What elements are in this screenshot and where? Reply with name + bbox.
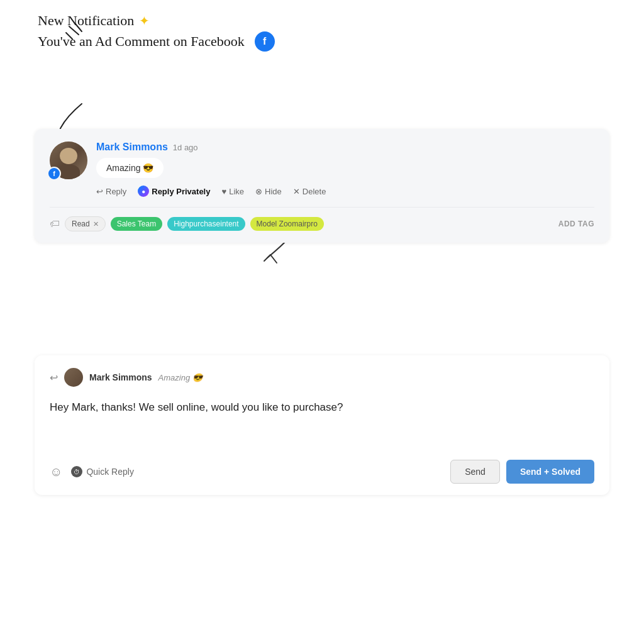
emoji-button[interactable]: ☺ <box>50 465 62 479</box>
add-tag-button[interactable]: ADD TAG <box>558 219 594 228</box>
comment-card: f Mark Simmons 1d ago Amazing 😎 ↩ Reply … <box>35 129 609 243</box>
tag-model[interactable]: Model Zoomairpro <box>250 217 324 231</box>
reply-icon: ↩ <box>96 187 103 196</box>
tag-highpurchase[interactable]: Highpurchaseintent <box>167 217 245 231</box>
comment-meta: Mark Simmons 1d ago Amazing 😎 ↩ Reply ● … <box>96 142 594 197</box>
reply-avatar <box>64 368 83 387</box>
reply-box: ↩ Mark Simmons Amazing 😎 Hey Mark, thank… <box>35 355 609 495</box>
author-row: Mark Simmons 1d ago <box>96 142 594 153</box>
annotation-area: New Notification ✦ You've an Ad Comment … <box>38 13 478 54</box>
star-icon: ✦ <box>139 13 150 28</box>
tags-row: 🏷 Read ✕ Sales Team Highpurchaseintent M… <box>50 207 594 231</box>
back-arrow-icon: ↩ <box>50 372 58 384</box>
comment-header: f Mark Simmons 1d ago Amazing 😎 ↩ Reply … <box>50 142 594 197</box>
hide-action[interactable]: ⊗ Hide <box>255 187 282 196</box>
ad-comment-text: You've an Ad Comment on Facebook <box>38 33 245 50</box>
action-bar: ↩ Reply ● Reply Privately ♥ Like ⊗ Hide … <box>96 186 594 197</box>
reply-text-content[interactable]: Hey Mark, thanks! We sell online, would … <box>50 397 594 447</box>
heart-icon: ♥ <box>221 187 226 196</box>
footer-buttons: Send Send + Solved <box>450 460 594 484</box>
reply-header: ↩ Mark Simmons Amazing 😎 <box>50 368 594 387</box>
delete-action[interactable]: ✕ Delete <box>293 187 326 196</box>
tag-sales[interactable]: Sales Team <box>111 217 162 231</box>
time-ago: 1d ago <box>173 143 198 152</box>
tag-read[interactable]: Read ✕ <box>65 216 106 231</box>
hide-icon: ⊗ <box>255 187 262 196</box>
avatar-wrap: f <box>50 142 87 179</box>
reply-preview: Amazing 😎 <box>158 373 203 382</box>
facebook-badge: f <box>255 31 275 52</box>
quick-reply-icon: ⏱ <box>71 466 82 477</box>
tag-label-icon: 🏷 <box>50 218 60 230</box>
like-action[interactable]: ♥ Like <box>221 187 244 196</box>
fb-mini-badge: f <box>47 167 61 180</box>
reply-action[interactable]: ↩ Reply <box>96 187 126 196</box>
author-name: Mark Simmons <box>96 142 168 153</box>
tag-read-close[interactable]: ✕ <box>93 220 99 228</box>
comment-bubble: Amazing 😎 <box>96 158 164 178</box>
reply-author: Mark Simmons <box>89 372 152 382</box>
comment-message: Amazing 😎 <box>106 163 153 173</box>
reply-footer: ☺ ⏱ Quick Reply Send Send + Solved <box>50 460 594 484</box>
quick-reply-button[interactable]: ⏱ Quick Reply <box>71 466 133 477</box>
messenger-icon: ● <box>138 186 149 197</box>
delete-icon: ✕ <box>293 187 300 196</box>
new-notification-line: New Notification ✦ <box>38 13 478 29</box>
new-notification-text: New Notification <box>38 13 134 29</box>
send-solved-button[interactable]: Send + Solved <box>506 460 594 484</box>
reply-privately-action[interactable]: ● Reply Privately <box>138 186 210 197</box>
send-button[interactable]: Send <box>450 460 500 484</box>
ad-comment-line: You've an Ad Comment on Facebook f <box>38 31 478 52</box>
